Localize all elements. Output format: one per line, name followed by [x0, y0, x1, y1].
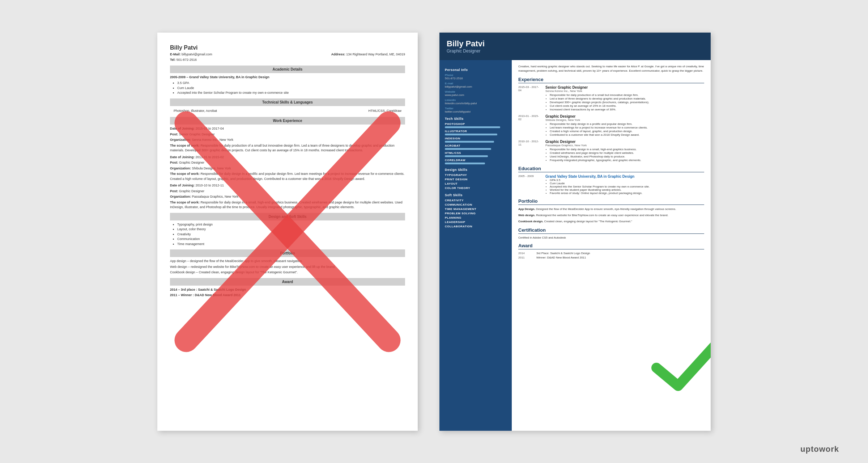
linkedin-value: linkedin.com/in/billy-patvi — [445, 102, 506, 105]
exp-item-3: 2010-10 - 2012-11 Graphic Designer Passa… — [518, 140, 704, 162]
work-item-2: Date of Joining: 2013-01 to 2015-02 Post… — [170, 155, 405, 182]
exp-item-1: 2015-03 - 2017-04 Senior Graphic Designe… — [518, 85, 704, 111]
award-item-2: 2011 Winner: D&AD New Blood Award 2011 — [518, 256, 704, 259]
portfolio-header-left: Portfolio — [170, 249, 405, 257]
brand-text: uptowork — [800, 445, 839, 454]
phone-value: 501-872-2516 — [445, 77, 506, 80]
right-body: Personal Info Phone 501-872-2516 E-mail … — [439, 60, 711, 431]
design-skills-header: Design and Soft Skills — [170, 213, 405, 220]
skill-photoshop: PHOTOSHOP — [445, 122, 506, 128]
left-tech-skills: Photoshop, Illustrator, Acrobat — [174, 109, 217, 114]
page-container: Billy Patvi E-Mail: billypatvi@gmail.com… — [0, 0, 868, 463]
work-item-3: Date of Joining: 2010-10 to 2012-11 Post… — [170, 183, 405, 210]
portfolio-item-right-1: App Design. Designed the flow of the Mea… — [518, 207, 704, 211]
right-main-content: Creative, hard working graphic designer … — [512, 60, 711, 431]
academic-years: 2005-2009 – Grand Valley State Universit… — [170, 75, 405, 80]
left-contact-row2: Tel: 501-872-2516 — [170, 58, 405, 63]
soft-skills-title: Soft Skills — [445, 193, 506, 197]
award-2: 2011 – Winner : D&AD New Blood Award 201… — [170, 293, 405, 298]
design-skill-3: Creativity — [177, 232, 405, 237]
skill-coreldraw: CORELDRAW — [445, 159, 506, 164]
phone-label: Phone — [445, 73, 506, 77]
exp-item-2: 2013-01 - 2015-02 Graphic Designer Shibu… — [518, 114, 704, 137]
academic-list: 3.5 GPA Cum Laude Accepted into the Seni… — [170, 81, 405, 96]
academic-item-1: 3.5 GPA — [177, 81, 405, 86]
website-value: www.patvi.com — [445, 93, 506, 97]
work-item-1: Date of Joining: 2015-03 to 2017-04 Post… — [170, 126, 405, 153]
twitter-value: twitter.com/billypatvi — [445, 110, 506, 113]
tech-skills-table: Photoshop, Illustrator, Acrobat HTML/CSS… — [170, 108, 405, 114]
right-tech-skills: HTML/CSS, Coreldraw — [368, 109, 401, 114]
academic-item-3: Accepted into the Senior Scholar Program… — [177, 91, 405, 96]
education-section-title: Education — [518, 166, 704, 172]
portfolio-item-right-2: Web design. Redesigned the website for B… — [518, 213, 704, 218]
left-tel: Tel: 501-872-2516 — [170, 58, 197, 63]
portfolio-item-2: Web design – redesigned the website for … — [170, 265, 405, 270]
academic-item-2: Cum Laude — [177, 86, 405, 91]
right-title: Graphic Designer — [447, 49, 703, 54]
portfolio-item-3: Cookbook design – Created clean, engagin… — [170, 270, 405, 275]
bad-resume: Billy Patvi E-Mail: billypatvi@gmail.com… — [157, 33, 418, 431]
email-label: E-mail — [445, 82, 506, 85]
certification-section-title: Certification — [518, 227, 704, 234]
skill-htmlcss: HTML/CSS — [445, 151, 506, 157]
experience-section-title: Experience — [518, 77, 704, 83]
website-label: Website — [445, 90, 506, 93]
portfolio-item-right-3: Cookbook design. Created clean, engaging… — [518, 219, 704, 224]
edu-item-1: 2005 - 2009 Grand Valley State Universit… — [518, 174, 704, 195]
portfolio-item-1: App design – designed the flow of the Me… — [170, 259, 405, 264]
skill-illustrator: ILLUSTRATOR — [445, 130, 506, 135]
skill-indesign: INDESIGN — [445, 137, 506, 143]
skill-acrobat: ACROBAT — [445, 144, 506, 150]
right-name: Billy Patvi — [447, 39, 703, 49]
tech-skills-header: Technical Skills & Languages — [170, 98, 405, 106]
award-header-left: Award — [170, 278, 405, 286]
right-sidebar: Personal Info Phone 501-872-2516 E-mail … — [439, 60, 512, 431]
left-address: Address: 134 Rightward Way Portland, ME,… — [331, 52, 405, 57]
twitter-label: Twitter — [445, 107, 506, 110]
award-item-1: 2014 3rd Place: Saatchi & Saatchi Logo D… — [518, 252, 704, 255]
design-skills-title: Design Skills — [445, 168, 506, 172]
design-skill-5: Time management — [177, 242, 405, 247]
summary: Creative, hard working graphic designer … — [518, 64, 704, 73]
email-value: billypatvi@gmail.com — [445, 85, 506, 88]
academic-header: Academic Details — [170, 66, 405, 73]
design-skill-1: Typography, print design — [177, 222, 405, 227]
design-skill-2: Layout, color theory — [177, 227, 405, 232]
left-resume-content: Billy Patvi E-Mail: billypatvi@gmail.com… — [157, 33, 418, 310]
right-header: Billy Patvi Graphic Designer — [439, 33, 711, 60]
good-resume: Billy Patvi Graphic Designer Personal In… — [439, 33, 711, 431]
design-skill-4: Communication — [177, 237, 405, 242]
award-section-title: Award — [518, 243, 704, 249]
brand-logo: uptowork — [800, 445, 839, 454]
work-exp-header: Work Experience — [170, 117, 405, 125]
tech-skills-title: Tech Skills — [445, 117, 506, 121]
linkedin-label: LinkedIn — [445, 98, 506, 102]
left-contact-row1: E-Mail: billypatvi@gmail.com Address: 13… — [170, 52, 405, 57]
left-name: Billy Patvi — [170, 43, 405, 52]
left-name-section: Billy Patvi E-Mail: billypatvi@gmail.com… — [170, 43, 405, 63]
award-1: 2014 – 3rd place : Saatchi & Saatchi Log… — [170, 287, 405, 292]
left-email: E-Mail: billypatvi@gmail.com — [170, 52, 212, 57]
personal-info-title: Personal Info — [445, 68, 506, 72]
certification-text: Certified in Adobe CS5 and Autodesk — [518, 236, 704, 239]
design-skills-list: Typography, print design Layout, color t… — [170, 222, 405, 247]
portfolio-section-title: Portfolio — [518, 198, 704, 205]
